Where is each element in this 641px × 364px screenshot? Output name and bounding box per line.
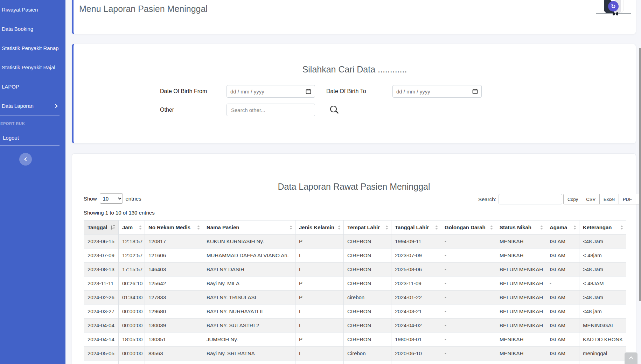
header-card: Menu Laporan Pasien Meninggal ↻ bbox=[72, 0, 636, 34]
table-cell: ISLAM bbox=[546, 346, 579, 360]
table-row: 2023-11-1100:26:10125642Bayi Ny. MILAPCI… bbox=[84, 276, 626, 290]
column-header-tanggal-lahir[interactable]: Tanggal Lahir bbox=[391, 220, 441, 234]
table-cell: BAYI NY. SULASTRI 2 bbox=[203, 318, 295, 332]
table-cell: <48 Jam bbox=[579, 234, 626, 248]
dob-from-input[interactable]: dd / mm / yyyy bbox=[227, 85, 315, 98]
export-button-csv[interactable]: CSV bbox=[582, 194, 600, 204]
table-cell: ISLAM bbox=[546, 332, 579, 346]
table-cell: <48 jam bbox=[579, 304, 626, 318]
sidebar-item-label: Statistik Penyakit Ranap bbox=[2, 45, 59, 51]
column-header-tempat-lahir[interactable]: Tempat Lahir bbox=[344, 220, 391, 234]
sidebar-collapse-button[interactable] bbox=[19, 153, 32, 166]
chevron-up-icon bbox=[629, 356, 633, 360]
sort-both-icon bbox=[197, 225, 200, 230]
column-header-golongan-darah[interactable]: Golongan Darah bbox=[441, 220, 496, 234]
table-cell: 2024-01-22 bbox=[391, 290, 441, 304]
dob-from-label: Date Of Birth From bbox=[160, 88, 207, 94]
sidebar-item-statistik-penyakit-ranap[interactable]: Statistik Penyakit Ranap bbox=[0, 38, 65, 58]
sidebar-item-riwayat-pasien[interactable]: Riwayat Pasien bbox=[0, 0, 65, 19]
vertical-scrollbar-thumb[interactable] bbox=[639, 48, 641, 301]
table-cell bbox=[295, 360, 344, 364]
table-cell: P bbox=[295, 332, 344, 346]
dob-to-input[interactable]: dd / mm / yyyy bbox=[392, 85, 482, 98]
other-input[interactable] bbox=[230, 107, 311, 113]
table-cell: ISLAM bbox=[546, 248, 579, 262]
table-cell: 17:15:57 bbox=[119, 262, 145, 276]
sort-down-arrow bbox=[620, 228, 623, 230]
sidebar-section-label: EPORT RUK bbox=[0, 121, 25, 126]
column-header-label: Tempat Lahir bbox=[347, 224, 380, 230]
table-cell bbox=[496, 360, 546, 364]
sort-both-icon bbox=[490, 225, 493, 230]
table-cell: ISLAM bbox=[546, 304, 579, 318]
sidebar-item-data-laporan[interactable]: Data Laporan bbox=[0, 96, 65, 115]
column-header-jenis-kelamin[interactable]: Jenis Kelamin bbox=[295, 220, 344, 234]
sort-up-arrow bbox=[540, 225, 543, 227]
table-cell: ISLAM bbox=[546, 290, 579, 304]
table-info: Showing 1 to 10 of 130 entries bbox=[84, 210, 155, 216]
sidebar-item-data-booking[interactable]: Data Booking bbox=[0, 19, 65, 38]
logout-label: Logout bbox=[3, 135, 19, 141]
sidebar-item-label: Statistik Penyakit Rajal bbox=[2, 64, 55, 70]
calendar-icon[interactable] bbox=[306, 89, 311, 94]
table-panel: Data Laporan Rawat Pasien Meninggal Show… bbox=[72, 153, 636, 364]
table-cell: CIREBON bbox=[344, 276, 391, 290]
column-header-label: Keterangan bbox=[583, 224, 612, 230]
column-header-nama-pasien[interactable]: Nama Pasien bbox=[203, 220, 295, 234]
table-cell: CIREBON bbox=[344, 304, 391, 318]
table-cell: 2023-07-09 bbox=[391, 248, 441, 262]
scroll-to-top-button[interactable] bbox=[625, 352, 637, 364]
export-button-pdf[interactable]: PDF bbox=[619, 194, 636, 204]
table-cell: 00:00:00 bbox=[119, 318, 145, 332]
sidebar-item-logout[interactable]: Logout bbox=[0, 130, 65, 145]
column-header-jam[interactable]: Jam bbox=[119, 220, 145, 234]
sidebar: Riwayat PasienData BookingStatistik Peny… bbox=[0, 0, 65, 364]
table-cell: - bbox=[441, 304, 496, 318]
table-cell: KAD DD KHONK bbox=[579, 332, 626, 346]
refresh-icon[interactable]: ↻ bbox=[608, 1, 619, 12]
table-cell: CIREBON bbox=[344, 234, 391, 248]
avatar[interactable]: ↻ bbox=[596, 0, 631, 14]
column-header-label: Jenis Kelamin bbox=[299, 224, 334, 230]
sidebar-item-lapop[interactable]: LAPOP bbox=[0, 77, 65, 96]
sort-down-arrow bbox=[385, 228, 388, 230]
calendar-icon[interactable] bbox=[472, 89, 478, 94]
sidebar-divider bbox=[0, 115, 60, 116]
table-cell: Bayi Ny. SRI RATNA bbox=[203, 346, 295, 360]
table-cell: 01:34:00 bbox=[119, 290, 145, 304]
search-icon[interactable] bbox=[330, 106, 337, 112]
column-header-tanggal[interactable]: Tanggal bbox=[84, 220, 119, 234]
column-header-no-rekam-medis[interactable]: No Rekam Medis bbox=[145, 220, 203, 234]
table-cell: L bbox=[295, 318, 344, 332]
table-controls: Show 10 entries Search: CopyCSVExcelPDFP… bbox=[84, 193, 632, 205]
table-cell: P bbox=[295, 276, 344, 290]
table-cell: MENIKAH bbox=[496, 332, 546, 346]
table-cell: 2024-04-02 bbox=[391, 318, 441, 332]
table-cell: BELUM MENIKAH bbox=[496, 304, 546, 318]
export-button-excel[interactable]: Excel bbox=[599, 194, 619, 204]
export-button-copy[interactable]: Copy bbox=[563, 194, 582, 204]
table-cell: 00:00:00 bbox=[119, 346, 145, 360]
table-cell: L bbox=[295, 346, 344, 360]
table-cell: 2023-11-11 bbox=[84, 276, 119, 290]
table-cell: 2020-06-10 bbox=[391, 346, 441, 360]
avatar-foot bbox=[613, 12, 615, 15]
column-header-label: Jam bbox=[122, 224, 133, 230]
table-cell: meninggal bbox=[579, 346, 626, 360]
export-button-group: CopyCSVExcelPDFPrint bbox=[563, 194, 641, 204]
sidebar-item-statistik-penyakit-rajal[interactable]: Statistik Penyakit Rajal bbox=[0, 58, 65, 77]
page-title: Menu Laporan Pasien Meninggal bbox=[79, 4, 208, 14]
column-header-label: Agama bbox=[550, 224, 567, 230]
sort-both-icon bbox=[139, 225, 142, 230]
column-header-agama[interactable]: Agama bbox=[546, 220, 579, 234]
column-header-status-nikah[interactable]: Status Nikah bbox=[496, 220, 546, 234]
sidebar-item-label: Data Laporan bbox=[2, 103, 34, 109]
table-cell: P bbox=[295, 234, 344, 248]
table-cell: JUMROH Ny. bbox=[203, 332, 295, 346]
table-cell: 18:05:00 bbox=[119, 332, 145, 346]
table-row: 2024-04-1418:05:00130351JUMROH Ny.PCIREB… bbox=[84, 332, 626, 346]
column-header-keterangan[interactable]: Keterangan bbox=[579, 220, 626, 234]
table-search-input[interactable] bbox=[499, 194, 562, 204]
table-cell: - bbox=[441, 262, 496, 276]
page-length-select[interactable]: 10 bbox=[100, 193, 123, 204]
